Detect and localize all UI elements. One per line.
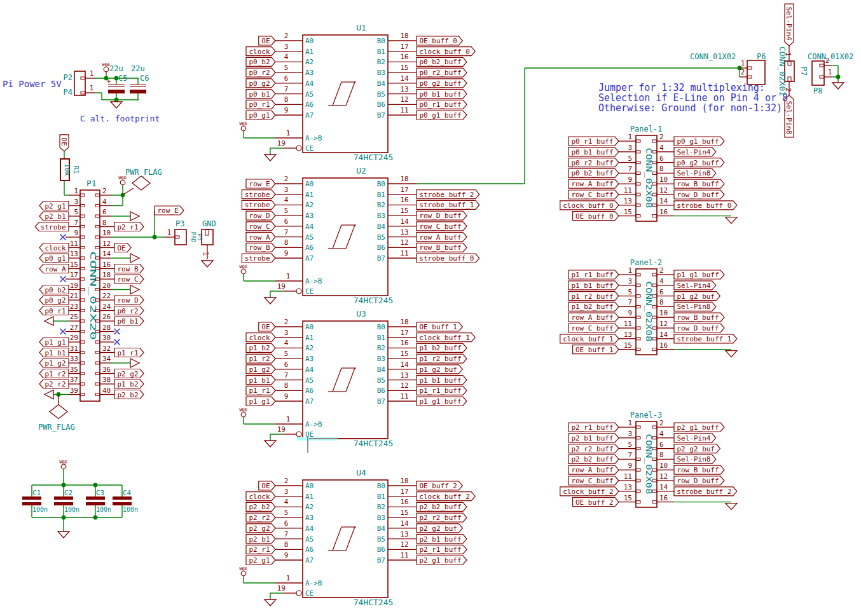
net-label[interactable]: row_A_buff: [568, 313, 619, 322]
net-label[interactable]: clock_buff_0: [417, 47, 475, 56]
p3-reference[interactable]: P3: [176, 219, 184, 228]
net-label[interactable]: row_A_buff: [568, 465, 619, 474]
net-label[interactable]: strobe: [242, 190, 275, 199]
p1-reference[interactable]: P1: [86, 179, 97, 188]
p3-body[interactable]: [175, 229, 186, 245]
net-label[interactable]: p0_g1: [246, 111, 275, 120]
net-label[interactable]: Sel-Pin4: [674, 281, 716, 290]
net-label[interactable]: clock_buff_2: [560, 487, 619, 496]
schematic-canvas[interactable]: Pi Power 5V C alt. footprint Jumper for …: [0, 0, 861, 616]
net-label[interactable]: row_B: [114, 264, 144, 273]
net-label[interactable]: Sel-Pin8: [674, 302, 716, 311]
net-label[interactable]: p1_g2_buf: [417, 365, 462, 374]
net-label[interactable]: row_C: [246, 222, 275, 231]
net-label[interactable]: row_E: [246, 179, 275, 188]
net-label[interactable]: p1_b2_buff: [568, 302, 619, 311]
net-label[interactable]: OE_buff_1: [417, 322, 462, 331]
p6-body[interactable]: [747, 60, 765, 85]
net-label[interactable]: row_A: [39, 264, 69, 273]
panel-reference[interactable]: Panel-2: [630, 258, 663, 267]
net-label[interactable]: p0_b1: [114, 317, 144, 325]
net-label[interactable]: clock: [246, 47, 275, 56]
net-label[interactable]: p2_b2_buff: [417, 502, 467, 511]
net-label[interactable]: p0_g1: [39, 254, 69, 263]
net-label[interactable]: clock_buff_1: [560, 334, 619, 343]
pwr-flag-symbol[interactable]: [50, 405, 67, 419]
net-label[interactable]: p0_g2_buff: [417, 79, 467, 88]
net-label[interactable]: OE: [259, 481, 275, 490]
net-label[interactable]: row_D: [114, 296, 144, 305]
net-label[interactable]: row_D_buff: [674, 190, 724, 199]
net-label[interactable]: p0_r2_buff: [568, 158, 619, 167]
net-label[interactable]: p1_b1: [39, 348, 69, 357]
net-label[interactable]: row_D_buff: [674, 324, 724, 332]
net-label[interactable]: p2_r2: [39, 380, 69, 388]
net-label[interactable]: OE: [114, 243, 131, 252]
net-label[interactable]: p2_b2_buff: [568, 455, 619, 463]
net-label[interactable]: p2_r1_buff: [417, 545, 467, 554]
net-label[interactable]: p2_g1: [246, 556, 275, 565]
net-label[interactable]: row_B_buff: [674, 465, 724, 474]
net-label[interactable]: p1_g1_buff: [417, 397, 467, 406]
net-label[interactable]: p1_g1: [246, 397, 275, 406]
net-label[interactable]: OE_buff_0: [573, 212, 619, 221]
ic-reference[interactable]: U3: [356, 309, 366, 318]
net-label[interactable]: row_C_buff: [568, 476, 619, 485]
net-label[interactable]: p0_r1_buff: [568, 137, 619, 146]
net-label[interactable]: p1_b2_buff: [417, 343, 467, 352]
net-label[interactable]: p0_r2: [114, 306, 144, 315]
net-label[interactable]: p0_b1_buff: [568, 147, 619, 156]
net-label[interactable]: OE_buff_1: [573, 345, 619, 354]
net-label[interactable]: p1_r1_buff: [568, 270, 619, 279]
net-label[interactable]: p1_g2: [39, 359, 69, 367]
net-label[interactable]: p2_r2_buff: [417, 513, 467, 522]
net-label[interactable]: Sel-Pin8: [674, 168, 716, 177]
net-label[interactable]: p0_b2_buff: [568, 168, 619, 177]
net-label[interactable]: p0_g1_buff: [674, 137, 724, 146]
net-label[interactable]: row_B_buff: [674, 313, 724, 322]
net-label[interactable]: strobe_buff_0: [417, 254, 479, 263]
net-label[interactable]: row_B_buff: [674, 179, 724, 188]
p8-body[interactable]: [812, 61, 824, 85]
net-label[interactable]: p2_r1_buff: [568, 423, 619, 432]
net-label[interactable]: p1_b1_buff: [417, 376, 467, 385]
net-label[interactable]: p2_b1: [39, 212, 69, 221]
p8-reference[interactable]: P8: [813, 86, 822, 95]
net-label[interactable]: strobe_buff_1: [417, 200, 479, 209]
net-label[interactable]: strobe_buff_0: [674, 201, 737, 210]
net-label[interactable]: row_A: [246, 233, 275, 242]
net-label[interactable]: p1_b2: [246, 343, 275, 352]
net-label[interactable]: p1_r2: [39, 369, 69, 378]
net-label[interactable]: row_D_buff: [417, 211, 467, 220]
net-label[interactable]: row_C: [114, 275, 144, 284]
net-label[interactable]: p0_r1_buff: [417, 100, 467, 109]
net-label[interactable]: p1_b1: [246, 376, 275, 385]
net-label[interactable]: p2_b2: [114, 390, 144, 399]
net-label[interactable]: p1_g2_buf: [674, 292, 720, 301]
net-label[interactable]: p0_b1_buff: [417, 90, 467, 99]
net-label[interactable]: p2_r2: [246, 513, 275, 522]
net-label[interactable]: p0_b2: [246, 57, 275, 66]
net-label[interactable]: p2_g1_buff: [417, 556, 467, 565]
net-label[interactable]: p1_g1: [39, 338, 69, 346]
net-label[interactable]: row_D_buff: [674, 476, 724, 485]
net-label[interactable]: p1_r2: [246, 354, 275, 363]
net-label[interactable]: p0_r1: [246, 100, 275, 109]
net-label[interactable]: p0_g2: [39, 296, 69, 305]
ic-reference[interactable]: U1: [356, 23, 366, 32]
panel-reference[interactable]: Panel-1: [630, 125, 663, 133]
net-label[interactable]: OE: [259, 322, 275, 331]
net-label[interactable]: OE_buff_2: [417, 481, 462, 490]
net-label[interactable]: row_A_buff: [568, 179, 619, 188]
net-label[interactable]: row_C_buff: [417, 222, 467, 231]
net-label[interactable]: row_E: [155, 206, 184, 215]
net-label[interactable]: p0_g1_buff: [417, 111, 467, 120]
net-label[interactable]: p2_b1_buff: [568, 434, 619, 442]
ic-reference[interactable]: U2: [356, 166, 366, 175]
net-label[interactable]: row_C_buff: [568, 324, 619, 332]
net-label[interactable]: p2_b1_buff: [417, 535, 467, 544]
net-label[interactable]: p1_b2: [114, 380, 144, 388]
net-label[interactable]: strobe: [242, 200, 275, 209]
net-label[interactable]: p2_r1: [246, 545, 275, 554]
net-label[interactable]: p2_g1: [39, 202, 69, 210]
